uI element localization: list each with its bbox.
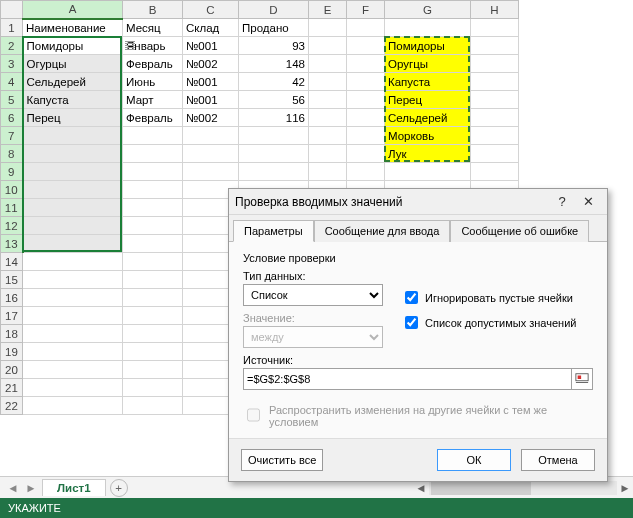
cell[interactable]	[309, 163, 347, 181]
dialog-close-button[interactable]: ✕	[575, 192, 601, 212]
cell[interactable]	[239, 163, 309, 181]
cell[interactable]	[123, 163, 183, 181]
cell[interactable]: Лук	[385, 145, 471, 163]
cell[interactable]: 93	[239, 37, 309, 55]
cell[interactable]	[123, 379, 183, 397]
row-header[interactable]: 16	[1, 289, 23, 307]
cell[interactable]: Перец	[385, 91, 471, 109]
cell[interactable]: №002	[183, 55, 239, 73]
cell[interactable]	[347, 91, 385, 109]
cell[interactable]	[347, 145, 385, 163]
cell[interactable]	[385, 163, 471, 181]
row-header[interactable]: 8	[1, 145, 23, 163]
scroll-right-icon[interactable]: ►	[617, 480, 633, 496]
row-header[interactable]: 3	[1, 55, 23, 73]
cell[interactable]	[23, 217, 123, 235]
cell[interactable]	[23, 379, 123, 397]
add-sheet-button[interactable]: +	[110, 479, 128, 497]
row-header[interactable]: 17	[1, 307, 23, 325]
cell[interactable]	[23, 181, 123, 199]
row-header[interactable]: 6	[1, 109, 23, 127]
cell[interactable]	[309, 145, 347, 163]
type-select[interactable]: Список	[243, 284, 383, 306]
cell[interactable]	[347, 127, 385, 145]
ignore-blank-checkbox[interactable]: Игнорировать пустые ячейки	[401, 288, 593, 307]
cell[interactable]	[309, 109, 347, 127]
cell[interactable]	[123, 361, 183, 379]
sheet-nav-prev-icon[interactable]: ◄	[6, 481, 20, 495]
cell[interactable]	[23, 163, 123, 181]
cell[interactable]	[123, 127, 183, 145]
cell[interactable]	[23, 325, 123, 343]
cell[interactable]	[347, 19, 385, 37]
cell[interactable]	[23, 271, 123, 289]
cell[interactable]: №002	[183, 109, 239, 127]
column-header[interactable]: H	[471, 1, 519, 19]
cell[interactable]: Месяц	[123, 19, 183, 37]
cell[interactable]	[239, 127, 309, 145]
cell[interactable]: Капуста	[23, 91, 123, 109]
ok-button[interactable]: ОК	[437, 449, 511, 471]
cell[interactable]	[471, 91, 519, 109]
cell[interactable]	[471, 37, 519, 55]
cell[interactable]: 148	[239, 55, 309, 73]
cell[interactable]	[347, 37, 385, 55]
column-header[interactable]: G	[385, 1, 471, 19]
cell[interactable]	[385, 19, 471, 37]
cell[interactable]	[309, 55, 347, 73]
cell[interactable]	[309, 73, 347, 91]
cell[interactable]	[239, 145, 309, 163]
cell[interactable]: Февраль	[123, 55, 183, 73]
cell[interactable]	[347, 73, 385, 91]
cell[interactable]: 42	[239, 73, 309, 91]
cell[interactable]: Оругцы	[385, 55, 471, 73]
row-header[interactable]: 20	[1, 361, 23, 379]
row-header[interactable]: 4	[1, 73, 23, 91]
column-header[interactable]: E	[309, 1, 347, 19]
cell[interactable]: №001	[183, 37, 239, 55]
cell[interactable]	[23, 253, 123, 271]
cell[interactable]: Перец	[23, 109, 123, 127]
cell[interactable]	[123, 145, 183, 163]
row-header[interactable]: 10	[1, 181, 23, 199]
scroll-thumb[interactable]	[431, 481, 531, 495]
row-header[interactable]: 7	[1, 127, 23, 145]
cell[interactable]: Помидоры	[385, 37, 471, 55]
cell[interactable]	[23, 235, 123, 253]
cell[interactable]: Февраль	[123, 109, 183, 127]
cell[interactable]	[23, 361, 123, 379]
cell[interactable]: Сельдерей	[23, 73, 123, 91]
row-header[interactable]: 1	[1, 19, 23, 37]
cell[interactable]: Помидоры	[23, 37, 123, 55]
cell[interactable]	[123, 199, 183, 217]
cell[interactable]: Продано	[239, 19, 309, 37]
cell[interactable]	[471, 163, 519, 181]
cell[interactable]	[471, 127, 519, 145]
cell[interactable]: Январь	[123, 37, 183, 55]
cell[interactable]	[23, 145, 123, 163]
cell[interactable]	[123, 271, 183, 289]
row-header[interactable]: 12	[1, 217, 23, 235]
cell[interactable]	[183, 145, 239, 163]
select-all-corner[interactable]	[1, 1, 23, 19]
cell[interactable]: Март	[123, 91, 183, 109]
cell[interactable]: Сельдерей	[385, 109, 471, 127]
row-header[interactable]: 11	[1, 199, 23, 217]
cell[interactable]	[123, 253, 183, 271]
cell[interactable]	[309, 37, 347, 55]
cell[interactable]	[123, 307, 183, 325]
dialog-help-button[interactable]: ?	[549, 192, 575, 212]
row-header[interactable]: 15	[1, 271, 23, 289]
cell[interactable]	[123, 289, 183, 307]
cell[interactable]	[471, 145, 519, 163]
cell[interactable]	[23, 343, 123, 361]
cell[interactable]: Наименование	[23, 19, 123, 37]
cell[interactable]: 116	[239, 109, 309, 127]
row-header[interactable]: 9	[1, 163, 23, 181]
cancel-button[interactable]: Отмена	[521, 449, 595, 471]
cell[interactable]	[347, 163, 385, 181]
column-header[interactable]: B	[123, 1, 183, 19]
cell[interactable]	[123, 325, 183, 343]
cell[interactable]: 56	[239, 91, 309, 109]
cell[interactable]	[123, 343, 183, 361]
